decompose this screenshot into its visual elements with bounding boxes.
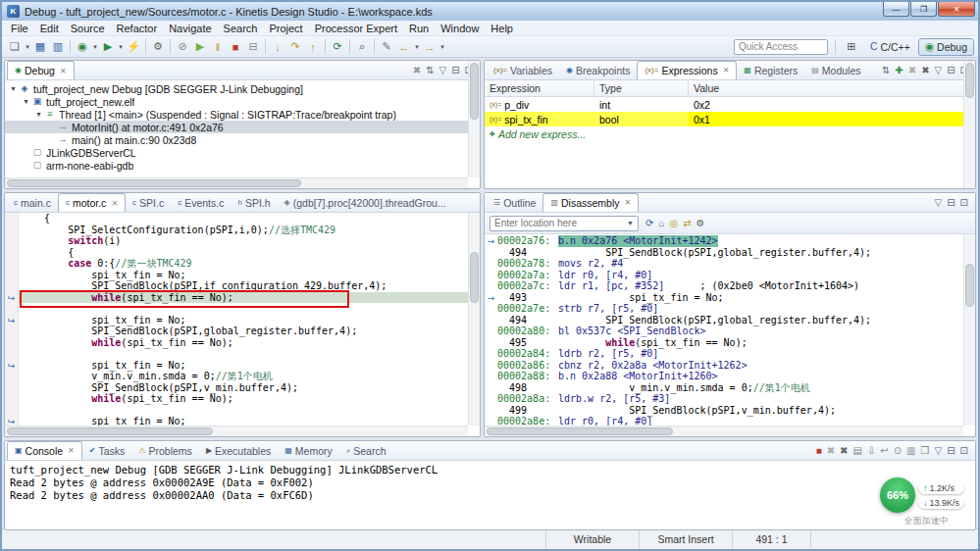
console-tab-tasks[interactable]: ✔Tasks [82, 441, 132, 460]
chevron-down-icon[interactable]: ▼ [627, 220, 634, 226]
sync-icon[interactable]: ⇄ [683, 219, 691, 228]
code-line[interactable]: spi_tx_fin = No; [5, 270, 480, 281]
menu-help[interactable]: Help [485, 22, 519, 35]
view-menu-icon[interactable]: ▽ [439, 66, 447, 75]
run-button[interactable]: ▶ [99, 38, 117, 56]
code-line[interactable]: switch(i) [5, 235, 480, 247]
remove-launch-icon[interactable]: ✖ [827, 446, 835, 456]
editor-gutter[interactable] [5, 258, 19, 270]
code-line[interactable] [5, 348, 480, 360]
console-output[interactable]: tuft_project_new Debug [GDB SEGGER J-Lin… [5, 461, 975, 529]
disassembly-line[interactable]: 00002a8a:ldrb.w r2, [r5, #3] [485, 393, 975, 405]
code-line[interactable]: v_min.v_min.smda = 0;//第1个电机 [5, 371, 480, 382]
dropdown-icon[interactable]: ▾ [91, 38, 99, 56]
menu-file[interactable]: File [5, 22, 34, 35]
minimize-icon[interactable]: ⊟ [947, 446, 954, 456]
disassembly-line[interactable]: 499 SPI_SendBlock(pSPI,v_min.buffer,4); [485, 405, 975, 417]
code-line[interactable] [5, 303, 480, 315]
debug-tree-item[interactable]: ▢arm-none-eabi-gdb [5, 159, 480, 172]
editor-gutter[interactable] [5, 405, 19, 417]
network-speed-overlay[interactable]: 66% ↑1.2K/s ↓13.9K/s 全面加速中 [880, 477, 972, 527]
flash-button[interactable]: ⚡ [125, 38, 142, 56]
editor-gutter[interactable]: ↪ [5, 292, 19, 304]
editor-tab-main-c[interactable]: cmain.c [7, 193, 58, 212]
expr-tab-expressions[interactable]: (x)=Expressions✕ [637, 61, 737, 79]
remove-all-launches-icon[interactable]: ✖ [840, 446, 848, 456]
editor-gutter[interactable] [5, 326, 19, 337]
editor-gutter[interactable] [5, 213, 19, 225]
quick-access-input[interactable]: Quick Access [734, 39, 828, 55]
debug-tree-item[interactable]: →main() at main.c:90 0x23d8 [5, 133, 480, 146]
save-button[interactable]: ▦ [31, 38, 49, 56]
editor-gutter[interactable] [5, 393, 19, 405]
resume-button[interactable]: ▶ [191, 38, 209, 56]
code-line[interactable] [5, 405, 480, 417]
restart-button[interactable]: ⟳ [329, 38, 346, 56]
console-tab-search[interactable]: ⌕Search [339, 441, 393, 460]
editor-gutter[interactable] [5, 235, 19, 247]
disassembly-line[interactable]: 00002a78:movs r2, #4 [485, 258, 975, 270]
editor-tab-motor-c[interactable]: cmotor.c✕ [58, 193, 126, 212]
code-line[interactable]: while(spi_tx_fin == No); [5, 393, 480, 405]
menu-search[interactable]: Search [218, 22, 264, 35]
close-icon[interactable]: ✕ [60, 67, 67, 75]
scroll-lock-icon[interactable]: ⇩ [867, 446, 875, 456]
acceleration-ball-button[interactable]: 66% [880, 477, 915, 513]
back-button[interactable]: ← [395, 38, 413, 56]
editor-gutter[interactable]: ↪ [5, 360, 19, 372]
new-button[interactable]: ❏ [6, 38, 24, 56]
code-line[interactable]: SPI_SelectConfiguration(pSPI,i,0);//选择TM… [5, 225, 480, 236]
minimize-icon[interactable]: ⊟ [947, 66, 954, 75]
console-tab-executables[interactable]: ▶Executables [199, 441, 278, 460]
disassembly-line[interactable]: 495 while(spi_tx_fin == No); [485, 337, 975, 349]
settings-icon[interactable]: ⚙ [696, 219, 705, 228]
step-return-button[interactable]: ↑ [304, 38, 322, 56]
editor-gutter[interactable] [5, 337, 19, 349]
console-tab-problems[interactable]: ⚠Problems [131, 441, 199, 460]
editor-gutter[interactable]: ↪ [5, 315, 19, 326]
close-button[interactable]: ✕ [938, 2, 975, 17]
add-expression-row[interactable]: ✚Add new express... [485, 126, 975, 141]
expr-tab-variables[interactable]: (x)=Variables [487, 61, 559, 79]
disassembly-line[interactable]: 00002a86:cbnz r2, 0x2a8a <MotorInit+1262… [485, 360, 975, 372]
display-console-icon[interactable]: ▥ [906, 446, 915, 456]
console-tab-memory[interactable]: ▦Memory [278, 441, 338, 460]
disassembly-line[interactable]: 00002a7e:strb r7, [r5, #0] [485, 303, 975, 315]
menu-window[interactable]: Window [435, 22, 485, 35]
code-line[interactable]: SPI_SendBlock(pSPI,global_register.buffe… [5, 326, 480, 337]
editor-tab-spi-c[interactable]: cSPI.c [126, 193, 171, 212]
editor-gutter[interactable] [5, 270, 19, 281]
editor-horizontal-scrollbar[interactable] [5, 426, 468, 436]
disassembly-content[interactable]: →00002a76:b.n 0x2a76 <MotorInit+1242>494… [485, 234, 975, 436]
step-over-button[interactable]: ↷ [286, 38, 304, 56]
menu-edit[interactable]: Edit [34, 22, 65, 35]
save-all-button[interactable]: ▥ [49, 38, 67, 56]
location-input[interactable]: Enter location here ▼ [490, 216, 639, 231]
disassembly-line[interactable]: 00002a80:bl 0x537c <SPI_SendBlock> [485, 326, 975, 337]
terminate-button[interactable]: ■ [227, 38, 244, 56]
forward-button[interactable]: → [421, 38, 438, 56]
minimize-icon[interactable]: ⊟ [451, 66, 459, 75]
skip-breakpoints-button[interactable]: ⊘ [174, 38, 191, 56]
maximize-button[interactable]: ❐ [910, 2, 937, 17]
code-line[interactable]: SPI_SendBlock(pSPI,if_configuration_429.… [5, 280, 480, 292]
disassembly-line[interactable]: 00002a88:b.n 0x2a88 <MotorInit+1260> [485, 371, 975, 382]
close-icon[interactable]: ✕ [625, 198, 632, 207]
editor-gutter[interactable] [5, 303, 19, 315]
collapse-all-icon[interactable]: ⇅ [426, 66, 434, 75]
disassembly-line[interactable]: 00002a7a:ldr r0, [r4, #0] [485, 270, 975, 281]
debug-tree-item[interactable]: ▾≡Thread [1] <main> (Suspended : Signal … [5, 108, 480, 121]
close-icon[interactable]: ✕ [723, 66, 730, 75]
disassembly-line[interactable]: 00002a7c:ldr r1, [pc, #352] ; (0x2be0 <M… [485, 280, 975, 292]
view-menu-icon[interactable]: ▽ [935, 198, 943, 208]
dropdown-icon[interactable]: ▾ [24, 38, 31, 56]
suspend-button[interactable]: ‖ [209, 38, 227, 56]
menu-refactor[interactable]: Refactor [111, 22, 164, 35]
remove-all-terminated-icon[interactable]: ✖ [413, 66, 421, 75]
disassembly-line[interactable]: 498 v_min.v_min.smda = 0;//第1个电机 [485, 382, 975, 394]
debug-horizontal-scrollbar[interactable] [5, 177, 468, 188]
expander-icon[interactable]: ▾ [8, 84, 19, 93]
terminate-icon[interactable]: ■ [816, 446, 822, 456]
editor-gutter[interactable] [5, 280, 19, 292]
dropdown-icon[interactable]: ▾ [117, 38, 125, 56]
